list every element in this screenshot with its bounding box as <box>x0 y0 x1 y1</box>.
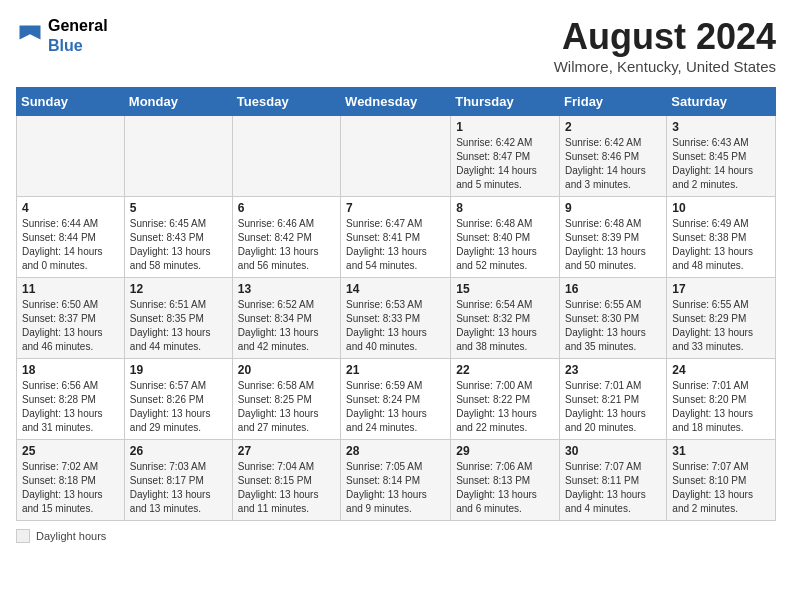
calendar-cell: 27Sunrise: 7:04 AM Sunset: 8:15 PM Dayli… <box>232 440 340 521</box>
day-info: Sunrise: 6:56 AM Sunset: 8:28 PM Dayligh… <box>22 379 119 435</box>
day-number: 29 <box>456 444 554 458</box>
day-info: Sunrise: 6:47 AM Sunset: 8:41 PM Dayligh… <box>346 217 445 273</box>
day-number: 6 <box>238 201 335 215</box>
day-number: 1 <box>456 120 554 134</box>
calendar-cell: 3Sunrise: 6:43 AM Sunset: 8:45 PM Daylig… <box>667 116 776 197</box>
calendar-cell: 21Sunrise: 6:59 AM Sunset: 8:24 PM Dayli… <box>341 359 451 440</box>
calendar-cell: 24Sunrise: 7:01 AM Sunset: 8:20 PM Dayli… <box>667 359 776 440</box>
day-number: 4 <box>22 201 119 215</box>
calendar-header-row: SundayMondayTuesdayWednesdayThursdayFrid… <box>17 88 776 116</box>
day-info: Sunrise: 6:45 AM Sunset: 8:43 PM Dayligh… <box>130 217 227 273</box>
calendar-cell: 31Sunrise: 7:07 AM Sunset: 8:10 PM Dayli… <box>667 440 776 521</box>
day-number: 28 <box>346 444 445 458</box>
calendar-cell: 22Sunrise: 7:00 AM Sunset: 8:22 PM Dayli… <box>451 359 560 440</box>
day-info: Sunrise: 7:01 AM Sunset: 8:20 PM Dayligh… <box>672 379 770 435</box>
day-number: 2 <box>565 120 661 134</box>
calendar-day-header: Monday <box>124 88 232 116</box>
logo-text: General Blue <box>48 16 108 56</box>
day-number: 10 <box>672 201 770 215</box>
day-info: Sunrise: 6:51 AM Sunset: 8:35 PM Dayligh… <box>130 298 227 354</box>
month-year-title: August 2024 <box>554 16 776 58</box>
calendar-cell: 19Sunrise: 6:57 AM Sunset: 8:26 PM Dayli… <box>124 359 232 440</box>
day-number: 24 <box>672 363 770 377</box>
calendar-cell: 11Sunrise: 6:50 AM Sunset: 8:37 PM Dayli… <box>17 278 125 359</box>
calendar-cell: 30Sunrise: 7:07 AM Sunset: 8:11 PM Dayli… <box>560 440 667 521</box>
day-info: Sunrise: 6:46 AM Sunset: 8:42 PM Dayligh… <box>238 217 335 273</box>
day-number: 23 <box>565 363 661 377</box>
day-info: Sunrise: 7:02 AM Sunset: 8:18 PM Dayligh… <box>22 460 119 516</box>
day-number: 11 <box>22 282 119 296</box>
calendar-cell <box>17 116 125 197</box>
day-number: 15 <box>456 282 554 296</box>
day-number: 7 <box>346 201 445 215</box>
day-number: 31 <box>672 444 770 458</box>
day-info: Sunrise: 7:07 AM Sunset: 8:11 PM Dayligh… <box>565 460 661 516</box>
day-info: Sunrise: 7:07 AM Sunset: 8:10 PM Dayligh… <box>672 460 770 516</box>
day-info: Sunrise: 6:55 AM Sunset: 8:30 PM Dayligh… <box>565 298 661 354</box>
calendar-day-header: Friday <box>560 88 667 116</box>
day-number: 5 <box>130 201 227 215</box>
day-info: Sunrise: 7:00 AM Sunset: 8:22 PM Dayligh… <box>456 379 554 435</box>
calendar-cell: 12Sunrise: 6:51 AM Sunset: 8:35 PM Dayli… <box>124 278 232 359</box>
calendar-day-header: Tuesday <box>232 88 340 116</box>
day-info: Sunrise: 7:06 AM Sunset: 8:13 PM Dayligh… <box>456 460 554 516</box>
day-number: 9 <box>565 201 661 215</box>
calendar-day-header: Wednesday <box>341 88 451 116</box>
day-info: Sunrise: 6:44 AM Sunset: 8:44 PM Dayligh… <box>22 217 119 273</box>
day-info: Sunrise: 6:49 AM Sunset: 8:38 PM Dayligh… <box>672 217 770 273</box>
calendar-cell: 16Sunrise: 6:55 AM Sunset: 8:30 PM Dayli… <box>560 278 667 359</box>
calendar-cell <box>232 116 340 197</box>
day-info: Sunrise: 6:42 AM Sunset: 8:47 PM Dayligh… <box>456 136 554 192</box>
logo-general: General <box>48 17 108 34</box>
calendar-cell: 10Sunrise: 6:49 AM Sunset: 8:38 PM Dayli… <box>667 197 776 278</box>
calendar-week-row: 4Sunrise: 6:44 AM Sunset: 8:44 PM Daylig… <box>17 197 776 278</box>
day-number: 26 <box>130 444 227 458</box>
calendar-day-header: Sunday <box>17 88 125 116</box>
day-info: Sunrise: 6:43 AM Sunset: 8:45 PM Dayligh… <box>672 136 770 192</box>
day-number: 3 <box>672 120 770 134</box>
calendar-cell: 2Sunrise: 6:42 AM Sunset: 8:46 PM Daylig… <box>560 116 667 197</box>
calendar-cell: 29Sunrise: 7:06 AM Sunset: 8:13 PM Dayli… <box>451 440 560 521</box>
day-number: 16 <box>565 282 661 296</box>
day-number: 17 <box>672 282 770 296</box>
legend-box <box>16 529 30 543</box>
calendar-cell <box>124 116 232 197</box>
calendar-cell: 6Sunrise: 6:46 AM Sunset: 8:42 PM Daylig… <box>232 197 340 278</box>
day-number: 18 <box>22 363 119 377</box>
calendar-cell: 1Sunrise: 6:42 AM Sunset: 8:47 PM Daylig… <box>451 116 560 197</box>
day-info: Sunrise: 6:57 AM Sunset: 8:26 PM Dayligh… <box>130 379 227 435</box>
day-info: Sunrise: 7:03 AM Sunset: 8:17 PM Dayligh… <box>130 460 227 516</box>
day-info: Sunrise: 7:05 AM Sunset: 8:14 PM Dayligh… <box>346 460 445 516</box>
calendar-week-row: 25Sunrise: 7:02 AM Sunset: 8:18 PM Dayli… <box>17 440 776 521</box>
day-info: Sunrise: 6:48 AM Sunset: 8:39 PM Dayligh… <box>565 217 661 273</box>
logo-icon <box>16 22 44 50</box>
day-number: 25 <box>22 444 119 458</box>
day-info: Sunrise: 6:48 AM Sunset: 8:40 PM Dayligh… <box>456 217 554 273</box>
calendar-cell: 7Sunrise: 6:47 AM Sunset: 8:41 PM Daylig… <box>341 197 451 278</box>
day-number: 20 <box>238 363 335 377</box>
day-number: 13 <box>238 282 335 296</box>
location-subtitle: Wilmore, Kentucky, United States <box>554 58 776 75</box>
day-number: 30 <box>565 444 661 458</box>
day-info: Sunrise: 6:54 AM Sunset: 8:32 PM Dayligh… <box>456 298 554 354</box>
calendar-cell: 28Sunrise: 7:05 AM Sunset: 8:14 PM Dayli… <box>341 440 451 521</box>
calendar-cell: 25Sunrise: 7:02 AM Sunset: 8:18 PM Dayli… <box>17 440 125 521</box>
day-info: Sunrise: 6:42 AM Sunset: 8:46 PM Dayligh… <box>565 136 661 192</box>
title-block: August 2024 Wilmore, Kentucky, United St… <box>554 16 776 75</box>
calendar-cell: 13Sunrise: 6:52 AM Sunset: 8:34 PM Dayli… <box>232 278 340 359</box>
day-info: Sunrise: 6:52 AM Sunset: 8:34 PM Dayligh… <box>238 298 335 354</box>
logo: General Blue <box>16 16 108 56</box>
calendar-day-header: Thursday <box>451 88 560 116</box>
logo-blue: Blue <box>48 37 83 54</box>
day-number: 12 <box>130 282 227 296</box>
day-number: 22 <box>456 363 554 377</box>
day-info: Sunrise: 6:59 AM Sunset: 8:24 PM Dayligh… <box>346 379 445 435</box>
day-number: 19 <box>130 363 227 377</box>
calendar-week-row: 18Sunrise: 6:56 AM Sunset: 8:28 PM Dayli… <box>17 359 776 440</box>
calendar-cell: 15Sunrise: 6:54 AM Sunset: 8:32 PM Dayli… <box>451 278 560 359</box>
calendar-cell: 8Sunrise: 6:48 AM Sunset: 8:40 PM Daylig… <box>451 197 560 278</box>
calendar-day-header: Saturday <box>667 88 776 116</box>
calendar-cell: 9Sunrise: 6:48 AM Sunset: 8:39 PM Daylig… <box>560 197 667 278</box>
calendar-cell: 23Sunrise: 7:01 AM Sunset: 8:21 PM Dayli… <box>560 359 667 440</box>
calendar-table: SundayMondayTuesdayWednesdayThursdayFrid… <box>16 87 776 521</box>
